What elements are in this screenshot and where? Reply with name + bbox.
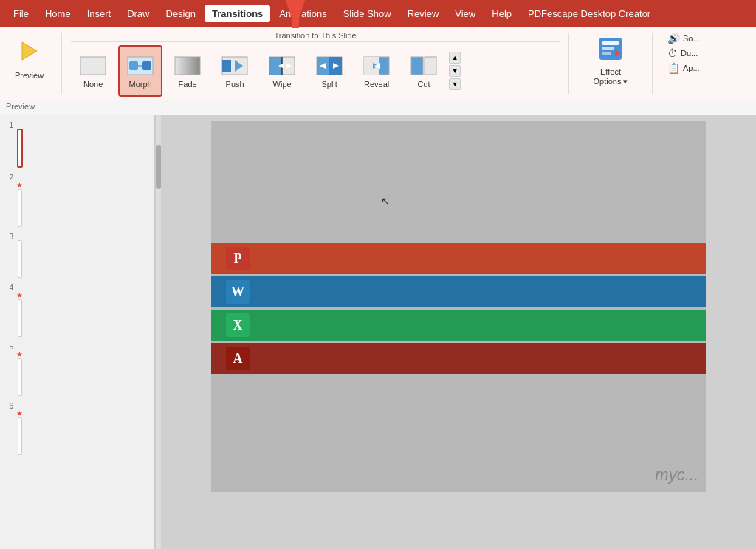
app-logo-word: W (226, 280, 250, 304)
slide-number-4: 4 (3, 281, 13, 292)
effect-options-button[interactable]: EffectOptions ▾ (584, 33, 637, 89)
transition-fade[interactable]: Fade (165, 45, 210, 97)
menu-slideshow[interactable]: Slide Show (336, 5, 399, 22)
svg-rect-3 (80, 57, 106, 75)
transitions-row: None Morph (71, 45, 560, 97)
app-bar-excel: X (211, 310, 706, 341)
slide-star-5: ★ (16, 340, 24, 358)
svg-rect-27 (425, 57, 436, 75)
slide-item-5: 5★ (3, 340, 151, 396)
ribbon-divider-1 (61, 33, 62, 94)
slides-scrollbar[interactable] (155, 115, 161, 549)
ribbon-section-label: Preview (0, 100, 756, 115)
transition-split[interactable]: Split (307, 45, 351, 97)
app-logo-powerpoint: P (226, 247, 250, 270)
slide-item-2: 2★ (3, 171, 151, 227)
app-bar-access: A (211, 343, 706, 374)
menu-insert[interactable]: Insert (80, 5, 119, 22)
ribbon: Preview Transition to This Slide None (0, 27, 756, 100)
effect-options-icon (597, 35, 624, 64)
menu-home[interactable]: Home (38, 5, 78, 22)
watermark: myc... (655, 466, 698, 485)
cut-label: Cut (418, 80, 430, 89)
svg-rect-8 (175, 57, 200, 75)
slide-star-2: ★ (16, 171, 24, 189)
slide-thumbnail-3[interactable] (18, 240, 22, 278)
transition-cut[interactable]: Cut (402, 45, 446, 97)
split-icon (315, 54, 344, 78)
none-label: None (83, 80, 103, 89)
thumb-content-3 (18, 241, 21, 277)
reveal-label: Reveal (364, 80, 389, 89)
thumb-content-5 (18, 359, 21, 395)
push-label: Push (226, 80, 244, 89)
scroll-more-btn[interactable]: ▼ (449, 78, 461, 90)
menu-bar: File Home Insert Draw Design Transitions… (0, 0, 756, 27)
slide-item-3: 3 (3, 230, 151, 278)
menu-view[interactable]: View (447, 5, 483, 22)
transition-wipe[interactable]: Wipe (260, 45, 304, 97)
preview-section-label: Preview (6, 102, 35, 111)
timing-section: 🔊 So... ⏱ Du... 📋 Ap... (662, 30, 750, 97)
timing-sound-row: 🔊 So... (667, 33, 744, 44)
preview-button[interactable]: Preview (6, 30, 52, 89)
menu-pdfescape[interactable]: PDFescape Desktop Creator (520, 5, 658, 22)
slide-thumbnail-1[interactable] (17, 129, 23, 168)
timing-duration-row: ⏱ Du... (667, 47, 744, 59)
morph-label: Morph (129, 80, 152, 89)
slide-star-3 (16, 230, 24, 240)
canvas-area: ↖ myc... PWXA (161, 115, 756, 549)
ribbon-divider-2 (568, 33, 569, 94)
none-icon (78, 54, 108, 78)
menu-animations[interactable]: Animations (272, 5, 334, 22)
ribbon-divider-3 (652, 33, 653, 94)
menu-draw[interactable]: Draw (120, 5, 157, 22)
slide-thumbnail-5[interactable] (18, 358, 22, 396)
slide-thumbnail-2[interactable] (18, 189, 22, 227)
app-bar-powerpoint: P (211, 243, 706, 274)
slides-panel: 12★34★5★6★ (0, 115, 155, 549)
push-icon (220, 54, 250, 78)
svg-rect-30 (602, 47, 614, 50)
menu-help[interactable]: Help (484, 5, 519, 22)
menu-review[interactable]: Review (400, 5, 447, 22)
preview-icon (18, 39, 41, 68)
menu-transitions[interactable]: Transitions (205, 5, 270, 22)
thumb-content-2 (18, 190, 21, 226)
slide-number-6: 6 (3, 399, 13, 410)
fade-icon (173, 54, 202, 78)
transitions-section: Transition to This Slide None (71, 30, 560, 97)
slide-item-1: 1 (3, 118, 151, 168)
scroll-up-btn[interactable]: ▲ (449, 52, 461, 64)
thumb-content-4 (18, 300, 21, 336)
transition-to-slide-label: Transition to This Slide (71, 30, 560, 42)
transition-reveal[interactable]: Reveal (354, 45, 399, 97)
morph-icon (126, 54, 155, 78)
apply-icon: 📋 (667, 62, 680, 74)
slide-number-2: 2 (3, 171, 13, 182)
svg-rect-31 (602, 52, 611, 55)
svg-rect-6 (142, 61, 151, 70)
slide-thumbnail-4[interactable] (18, 299, 22, 337)
slide-star-1 (16, 118, 24, 129)
scroll-down-btn[interactable]: ▼ (449, 65, 461, 77)
app-logo-excel: X (226, 313, 250, 337)
app-bar-word: W (211, 276, 706, 307)
slide-item-4: 4★ (3, 281, 151, 337)
slide-star-6: ★ (16, 399, 24, 417)
transition-push[interactable]: Push (213, 45, 257, 97)
menu-file[interactable]: File (6, 5, 36, 22)
apply-label: Ap... (683, 64, 700, 72)
menu-design[interactable]: Design (159, 5, 203, 22)
split-label: Split (321, 80, 337, 89)
sound-icon: 🔊 (667, 33, 680, 44)
effect-options-section: EffectOptions ▾ (578, 30, 643, 97)
transition-none[interactable]: None (71, 45, 115, 97)
thumb-content-6 (18, 418, 21, 454)
svg-rect-5 (129, 61, 138, 70)
slide-star-4: ★ (16, 281, 24, 299)
transition-morph[interactable]: Morph (118, 45, 162, 97)
slide-number-5: 5 (3, 340, 13, 351)
slide-thumbnail-6[interactable] (18, 417, 22, 455)
slide-item-6: 6★ (3, 399, 151, 455)
